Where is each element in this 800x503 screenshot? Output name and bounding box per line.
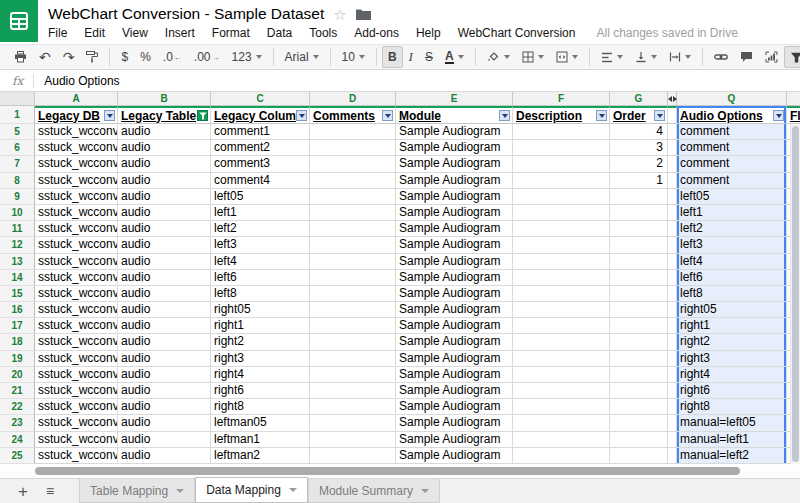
row-number-23[interactable]: 23	[0, 415, 35, 431]
cell-B6[interactable]: audio	[118, 140, 211, 156]
cell-F17[interactable]	[513, 318, 610, 334]
filter-button[interactable]	[784, 46, 800, 68]
filter-dropdown-button-E[interactable]	[499, 110, 510, 121]
cell-Q10[interactable]: left1	[677, 205, 787, 221]
cell-G23[interactable]	[610, 415, 668, 431]
cell-B16[interactable]: audio	[118, 302, 211, 318]
insert-comment-button[interactable]	[734, 46, 759, 68]
cell-G14[interactable]	[610, 270, 668, 286]
filter-dropdown-button-D[interactable]	[382, 110, 393, 121]
cell-B15[interactable]: audio	[118, 286, 211, 302]
cell-C15[interactable]: left8	[211, 286, 310, 302]
row-number-18[interactable]: 18	[0, 334, 35, 350]
cell-C11[interactable]: left2	[211, 221, 310, 237]
cell-G20[interactable]	[610, 367, 668, 383]
header-cell-D[interactable]: Comments	[310, 106, 396, 124]
all-sheets-button[interactable]: ≡	[46, 483, 53, 499]
print-button[interactable]	[8, 46, 33, 68]
cell-A22[interactable]: sstuck_wcconv	[35, 399, 118, 415]
menu-item-webchart-conversion[interactable]: WebChart Conversion	[458, 26, 576, 40]
cell-C9[interactable]: left05	[211, 189, 310, 205]
chevron-down-icon[interactable]	[176, 489, 184, 493]
cell-C5[interactable]: comment1	[211, 124, 310, 140]
cell-B20[interactable]: audio	[118, 367, 211, 383]
filter-active-button-B[interactable]	[197, 110, 208, 121]
cell-C10[interactable]: left1	[211, 205, 310, 221]
cell-G11[interactable]	[610, 221, 668, 237]
cell-D16[interactable]	[310, 302, 396, 318]
cell-E13[interactable]: Sample Audiogram	[396, 254, 513, 270]
cell-Q6[interactable]: comment	[677, 140, 787, 156]
column-letter-F[interactable]: F	[513, 92, 610, 106]
filter-dropdown-button-G[interactable]	[654, 110, 665, 121]
vertical-scrollbar[interactable]	[790, 124, 800, 464]
cell-D9[interactable]	[310, 189, 396, 205]
cell-F13[interactable]	[513, 254, 610, 270]
cell-A18[interactable]: sstuck_wcconv	[35, 334, 118, 350]
strikethrough-button[interactable]: S	[419, 46, 439, 68]
cell-Q17[interactable]: right1	[677, 318, 787, 334]
column-letter-B[interactable]: B	[118, 92, 211, 106]
horizontal-scrollbar[interactable]	[0, 466, 800, 477]
cell-A7[interactable]: sstuck_wcconv	[35, 156, 118, 172]
formula-bar-value[interactable]: Audio Options	[44, 74, 119, 88]
menu-item-format[interactable]: Format	[212, 26, 250, 40]
row-number-15[interactable]: 15	[0, 286, 35, 302]
cell-A24[interactable]: sstuck_wcconv	[35, 432, 118, 448]
cell-G22[interactable]	[610, 399, 668, 415]
cell-B5[interactable]: audio	[118, 124, 211, 140]
cell-F8[interactable]	[513, 173, 610, 189]
row-number-5[interactable]: 5	[0, 124, 35, 140]
cell-Q21[interactable]: right6	[677, 383, 787, 399]
column-letter-E[interactable]: E	[396, 92, 513, 106]
italic-button[interactable]: I	[403, 46, 419, 68]
cell-F12[interactable]	[513, 237, 610, 253]
cell-C19[interactable]: right3	[211, 351, 310, 367]
cell-F11[interactable]	[513, 221, 610, 237]
menu-item-view[interactable]: View	[122, 26, 148, 40]
cell-F25[interactable]	[513, 448, 610, 464]
row-number-24[interactable]: 24	[0, 432, 35, 448]
menu-item-tools[interactable]: Tools	[309, 26, 337, 40]
cell-D12[interactable]	[310, 237, 396, 253]
cell-D19[interactable]	[310, 351, 396, 367]
cell-Q25[interactable]: manual=left2	[677, 448, 787, 464]
cell-G24[interactable]	[610, 432, 668, 448]
text-color-button[interactable]: A	[439, 46, 470, 68]
cell-G13[interactable]	[610, 254, 668, 270]
cell-E18[interactable]: Sample Audiogram	[396, 334, 513, 350]
cell-B19[interactable]: audio	[118, 351, 211, 367]
sheets-logo[interactable]	[0, 0, 38, 42]
row-number-25[interactable]: 25	[0, 448, 35, 464]
cell-A19[interactable]: sstuck_wcconv	[35, 351, 118, 367]
menu-item-add-ons[interactable]: Add-ons	[354, 26, 399, 40]
cell-D13[interactable]	[310, 254, 396, 270]
header-cell-A[interactable]: Legacy DB	[35, 106, 118, 124]
cell-Q19[interactable]: right3	[677, 351, 787, 367]
row-number-9[interactable]: 9	[0, 189, 35, 205]
horizontal-align-button[interactable]	[595, 46, 629, 68]
cell-D14[interactable]	[310, 270, 396, 286]
cell-E25[interactable]: Sample Audiogram	[396, 448, 513, 464]
cell-C20[interactable]: right4	[211, 367, 310, 383]
cell-C6[interactable]: comment2	[211, 140, 310, 156]
cell-E9[interactable]: Sample Audiogram	[396, 189, 513, 205]
cell-D11[interactable]	[310, 221, 396, 237]
row-number-13[interactable]: 13	[0, 254, 35, 270]
chevron-down-icon[interactable]	[289, 488, 297, 492]
cell-Q18[interactable]: right2	[677, 334, 787, 350]
cell-G15[interactable]	[610, 286, 668, 302]
row-number-6[interactable]: 6	[0, 140, 35, 156]
cell-G10[interactable]	[610, 205, 668, 221]
cell-D5[interactable]	[310, 124, 396, 140]
row-number-20[interactable]: 20	[0, 367, 35, 383]
column-letter-Q[interactable]: Q	[677, 92, 787, 106]
cell-G16[interactable]	[610, 302, 668, 318]
cell-E22[interactable]: Sample Audiogram	[396, 399, 513, 415]
cell-B17[interactable]: audio	[118, 318, 211, 334]
cell-A10[interactable]: sstuck_wcconv	[35, 205, 118, 221]
cell-Q8[interactable]: comment	[677, 173, 787, 189]
cell-D6[interactable]	[310, 140, 396, 156]
cell-B22[interactable]: audio	[118, 399, 211, 415]
cell-A6[interactable]: sstuck_wcconv	[35, 140, 118, 156]
